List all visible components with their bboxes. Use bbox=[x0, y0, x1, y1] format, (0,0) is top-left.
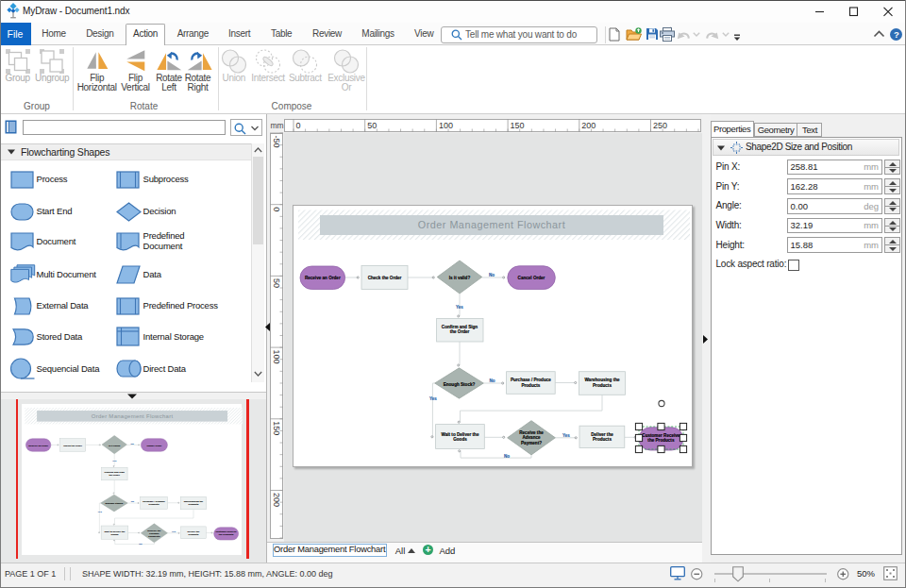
svg-text:100: 100 bbox=[272, 349, 281, 363]
svg-text:100: 100 bbox=[439, 121, 453, 130]
svg-text:150: 150 bbox=[272, 421, 281, 435]
svg-text:150: 150 bbox=[511, 121, 525, 130]
svg-text:-50: -50 bbox=[272, 135, 281, 147]
svg-text:50: 50 bbox=[367, 121, 377, 130]
svg-text:0: 0 bbox=[272, 207, 281, 211]
svg-text:0: 0 bbox=[296, 121, 301, 130]
svg-text:50: 50 bbox=[272, 277, 281, 287]
svg-text:200: 200 bbox=[272, 493, 281, 507]
